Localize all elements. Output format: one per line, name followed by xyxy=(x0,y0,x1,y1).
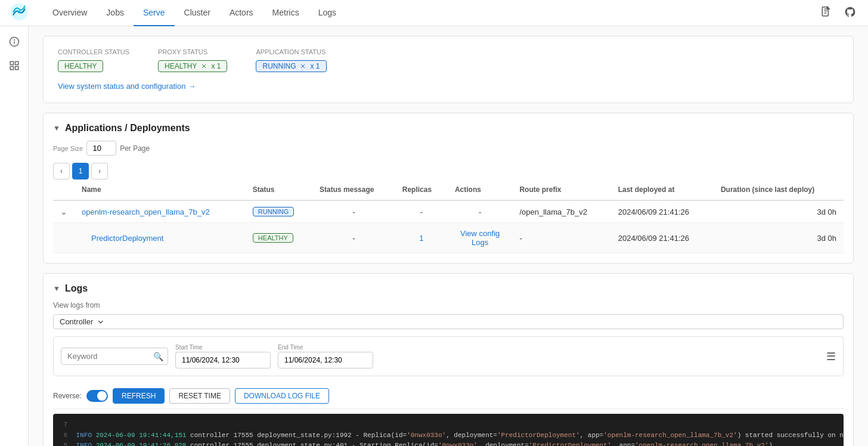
nav-items: Overview Jobs Serve Cluster Actors Metri… xyxy=(43,0,818,26)
next-page-btn[interactable]: › xyxy=(91,163,108,179)
logs-chevron: ▼ xyxy=(53,284,60,293)
sidebar-grid-btn[interactable] xyxy=(4,55,25,76)
end-time-input[interactable] xyxy=(278,352,373,368)
app-route-prefix: /open_llama_7b_v2 xyxy=(512,200,610,223)
replicas-link[interactable]: 1 xyxy=(419,234,423,243)
svg-rect-7 xyxy=(15,61,18,64)
logs-source-value: Controller xyxy=(60,317,93,326)
reverse-toggle[interactable] xyxy=(86,390,108,402)
app-replicas: - xyxy=(395,200,448,223)
deployment-status-message: - xyxy=(312,223,395,253)
main-content: Controller status HEALTHY Proxy status H… xyxy=(29,26,868,446)
keyword-input[interactable] xyxy=(61,348,168,365)
applications-header[interactable]: ▼ Applications / Deployments xyxy=(53,123,844,134)
app-actions: - xyxy=(448,200,512,223)
deployment-route-prefix: - xyxy=(512,223,610,253)
deployment-last-deployed: 2024/06/09 21:41:26 xyxy=(611,223,714,253)
search-icon: 🔍 xyxy=(153,352,163,361)
col-last-deployed: Last deployed at xyxy=(611,179,714,200)
controller-label: Controller status xyxy=(58,48,129,55)
status-card: Controller status HEALTHY Proxy status H… xyxy=(43,36,854,103)
start-time-field: Start Time xyxy=(175,344,271,368)
applications-chevron: ▼ xyxy=(53,124,60,132)
logs-title: Logs xyxy=(65,283,88,294)
end-time-label: End Time xyxy=(278,344,373,351)
controller-status: Controller status HEALTHY xyxy=(58,48,129,72)
nav-overview[interactable]: Overview xyxy=(43,0,97,26)
application-label: Application status xyxy=(256,48,326,55)
log-filter-bar: 🔍 Start Time End Time ☰ xyxy=(53,336,844,376)
nav-jobs[interactable]: Jobs xyxy=(97,0,134,26)
app-status-message: - xyxy=(312,200,395,223)
end-time-field: End Time xyxy=(278,344,373,368)
proxy-label: Proxy status xyxy=(158,48,227,55)
top-nav: Overview Jobs Serve Cluster Actors Metri… xyxy=(0,0,868,26)
deployment-name-link[interactable]: PredictorDeployment xyxy=(82,234,238,243)
start-time-label: Start Time xyxy=(175,344,271,351)
nav-serve[interactable]: Serve xyxy=(134,0,175,26)
proxy-status: Proxy status HEALTHY x 1 xyxy=(158,48,227,72)
view-logs-label: View logs from xyxy=(53,301,844,309)
view-config-link[interactable]: View config xyxy=(455,229,505,238)
application-status: Application status RUNNING x 1 xyxy=(256,48,326,72)
col-route-prefix: Route prefix xyxy=(512,179,610,200)
prev-page-btn[interactable]: ‹ xyxy=(53,163,70,179)
controller-badge: HEALTHY xyxy=(58,60,103,72)
logs-section: ▼ Logs View logs from Controller 🔍 Start… xyxy=(43,273,854,446)
col-replicas: Replicas xyxy=(395,179,448,200)
logs-link[interactable]: Logs xyxy=(455,238,505,247)
application-badge: RUNNING x 1 xyxy=(256,60,326,72)
app-logo[interactable] xyxy=(10,2,29,23)
applications-title: Applications / Deployments xyxy=(65,123,190,134)
expand-row-btn[interactable]: ⌄ xyxy=(60,207,67,216)
app-name-link[interactable]: openlm-research_open_llama_7b_v2 xyxy=(82,207,210,216)
log-controls: Reverse: REFRESH RESET TIME DOWNLOAD LOG… xyxy=(53,383,844,409)
pagination: ‹ 1 › xyxy=(53,163,844,179)
nav-right xyxy=(818,4,858,22)
applications-section: ▼ Applications / Deployments Page Size P… xyxy=(43,113,854,264)
nav-metrics[interactable]: Metrics xyxy=(263,0,309,26)
deployment-replicas: 1 xyxy=(395,223,448,253)
deployments-table: Name Status Status message Replicas Acti… xyxy=(53,179,844,253)
reverse-label: Reverse: xyxy=(53,392,82,400)
page-size-group: Page Size Per Page xyxy=(53,141,150,156)
keyword-group: 🔍 xyxy=(61,348,168,365)
sidebar-info-btn[interactable] xyxy=(4,31,25,52)
reset-time-btn[interactable]: RESET TIME xyxy=(169,388,230,404)
docs-button[interactable] xyxy=(818,4,835,22)
main-layout: Controller status HEALTHY Proxy status H… xyxy=(0,26,868,446)
app-duration: 3d 0h xyxy=(714,200,844,223)
table-controls: Page Size Per Page xyxy=(53,141,844,156)
col-status-message: Status message xyxy=(312,179,395,200)
app-last-deployed: 2024/06/09 21:41:26 xyxy=(611,200,714,223)
view-system-link[interactable]: View system status and configuration → xyxy=(58,82,196,91)
log-line-7: 7 xyxy=(60,420,836,430)
nav-actors[interactable]: Actors xyxy=(220,0,263,26)
app-status-badge: RUNNING xyxy=(253,207,294,216)
proxy-badge: HEALTHY x 1 xyxy=(158,60,227,72)
table-row: PredictorDeployment HEALTHY - 1 View con… xyxy=(53,223,844,253)
col-name: Name xyxy=(75,179,246,200)
deployment-duration: 3d 0h xyxy=(714,223,844,253)
page-1-btn[interactable]: 1 xyxy=(72,163,89,179)
log-line-5: 5 INFO 2024-06-09 19:41:26,928 controlle… xyxy=(60,441,836,446)
log-output: 7 6 INFO 2024-06-09 19:41:44,151 control… xyxy=(53,414,844,446)
sidebar xyxy=(0,26,29,446)
logs-source-select[interactable]: Controller xyxy=(53,314,844,329)
sort-icon[interactable]: ☰ xyxy=(826,350,836,363)
svg-rect-9 xyxy=(15,67,18,70)
page-size-input[interactable] xyxy=(86,141,116,156)
download-log-btn[interactable]: DOWNLOAD LOG FILE xyxy=(235,388,329,404)
nav-cluster[interactable]: Cluster xyxy=(175,0,220,26)
col-duration: Duration (since last deploy) xyxy=(714,179,844,200)
page-size-label: Page Size xyxy=(53,145,83,152)
github-button[interactable] xyxy=(842,4,858,22)
start-time-input[interactable] xyxy=(175,352,271,368)
logs-header[interactable]: ▼ Logs xyxy=(53,283,844,294)
col-status: Status xyxy=(246,179,312,200)
refresh-btn[interactable]: REFRESH xyxy=(113,388,165,404)
deployment-status-badge: HEALTHY xyxy=(253,233,293,243)
log-line-6: 6 INFO 2024-06-09 19:41:44,151 controlle… xyxy=(60,430,836,441)
nav-logs[interactable]: Logs xyxy=(309,0,346,26)
per-page-label: Per Page xyxy=(120,144,150,153)
